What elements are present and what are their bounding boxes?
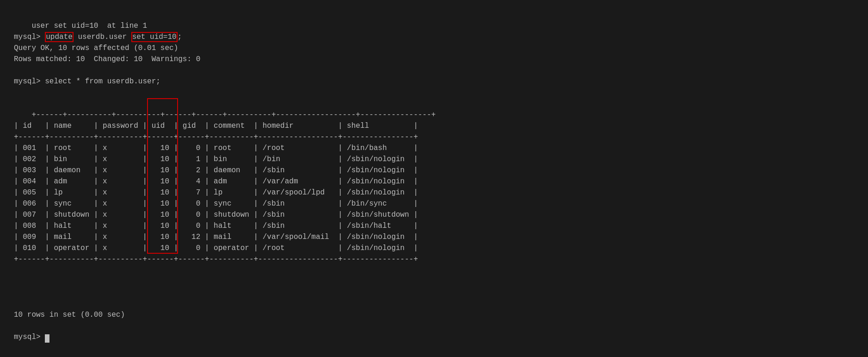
line-previous-command: user set uid=10 at line 1	[31, 22, 147, 30]
cursor-block	[45, 334, 49, 343]
footer-section: 10 rows in set (0.00 sec) mysql>	[14, 298, 854, 354]
rows-in-set: 10 rows in set (0.00 sec)	[14, 311, 125, 319]
table-row-1: | 001 | root | x | 10 | 0 | root | /root…	[14, 144, 418, 152]
highlight-set: set uid=10	[131, 32, 178, 42]
table-row-4: | 004 | adm | x | 10 | 4 | adm | /var/ad…	[14, 177, 418, 186]
table-row-5: | 005 | lp | x | 10 | 7 | lp | /var/spoo…	[14, 188, 418, 197]
table-sep-top: +------+----------+----------+------+---…	[31, 111, 436, 119]
table-row-8: | 008 | halt | x | 10 | 0 | halt | /sbin…	[14, 222, 418, 230]
terminal-window: user set uid=10 at line 1 mysql> update …	[14, 9, 854, 354]
table-sep-header: +------+----------+----------+------+---…	[14, 133, 418, 141]
line-rows-matched: Rows matched: 10 Changed: 10 Warnings: 0	[14, 55, 200, 63]
last-prompt: mysql>	[14, 333, 45, 341]
table-row-9: | 009 | mail | x | 10 | 12 | mail | /var…	[14, 233, 418, 241]
line-select-command: mysql> select * from userdb.user;	[14, 77, 160, 86]
table-wrapper: +------+----------+----------+------+---…	[14, 98, 436, 298]
table-row-10: | 010 | operator | x | 10 | 0 | operator…	[14, 244, 418, 252]
table-row-3: | 003 | daemon | x | 10 | 2 | daemon | /…	[14, 166, 418, 175]
table-row-2: | 002 | bin | x | 10 | 1 | bin | /bin | …	[14, 155, 418, 163]
line-query-ok: Query OK, 10 rows affected (0.01 sec)	[14, 44, 178, 52]
table-header-row: | id | name | password | uid | gid | com…	[14, 122, 418, 130]
highlight-update: update	[45, 32, 74, 42]
line-update-command: mysql> update userdb.user set uid=10;	[14, 32, 182, 42]
table-sep-bottom: +------+----------+----------+------+---…	[14, 255, 418, 263]
table-row-7: | 007 | shutdown | x | 10 | 0 | shutdown…	[14, 211, 418, 219]
terminal-output: user set uid=10 at line 1 mysql> update …	[14, 9, 854, 98]
table-row-6: | 006 | sync | x | 10 | 0 | sync | /sbin…	[14, 200, 418, 208]
